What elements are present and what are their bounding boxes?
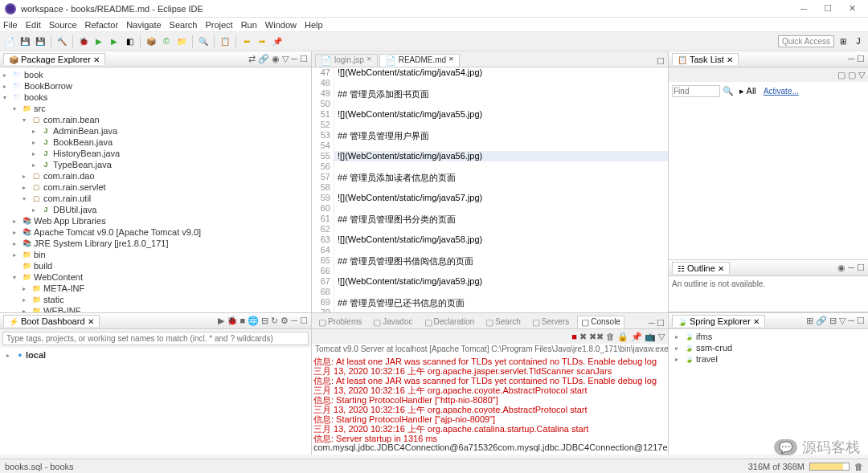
min-icon[interactable]: ─ [291,316,297,326]
save-all-icon[interactable]: 💾 [34,35,47,48]
tree-item[interactable]: ▸TypeBean.java [0,159,311,170]
tree-item[interactable]: ▾com.rain.bean [0,114,311,125]
coverage-icon[interactable]: ◧ [123,35,136,48]
package-explorer-tab[interactable]: 📦 Package Explorer ✕ [3,53,105,65]
min-icon[interactable]: ─ [848,54,854,64]
tree-item[interactable]: ▸AdminBean.java [0,125,311,137]
java-perspective-icon[interactable]: J [852,35,865,48]
tree-item[interactable]: ▸DBUtil.java [0,204,311,215]
code-line[interactable]: 50 [312,99,668,109]
code-line[interactable]: 56 [312,161,668,172]
code-line[interactable]: 70 [312,308,668,312]
collapse-icon[interactable]: ⇄ [248,54,256,64]
bottom-tab-javadoc[interactable]: ▢Javadoc [370,316,416,328]
bd-run-icon[interactable]: ▶ [218,316,224,326]
quick-access-input[interactable] [778,35,834,47]
memory-meter[interactable] [809,463,850,471]
menu-search[interactable]: Search [170,20,198,30]
task-list-tab[interactable]: 📋 Task List ✕ [672,53,739,65]
menu-refactor[interactable]: Refactor [85,20,119,30]
minimize-button[interactable]: ─ [792,2,815,16]
bottom-tab-declaration[interactable]: ▢Declaration [421,316,478,328]
boot-dash-tree[interactable]: ▸🔹 local [0,348,311,455]
link-icon[interactable]: 🔗 [258,54,269,64]
code-line[interactable]: 47![](WebContent/static/img/java54.jpg) [312,67,668,78]
spring-explorer-tab[interactable]: 🍃 Spring Explorer ✕ [672,315,765,327]
pin-icon[interactable]: 📌 [271,35,284,48]
boot-dash-item[interactable]: ▸🔹 local [3,349,308,361]
menu-help[interactable]: Help [305,20,323,30]
tree-item[interactable]: ▸Web App Libraries [0,215,311,226]
debug-icon[interactable]: 🐞 [77,35,90,48]
min-icon[interactable]: ─ [291,54,297,64]
task-find-input[interactable] [672,85,720,97]
tree-item[interactable]: ▸com.rain.dao [0,170,311,181]
spring-item[interactable]: ▸🍃travel [672,353,865,365]
tree-item[interactable]: ▸HistoryBean.java [0,148,311,159]
bottom-tab-problems[interactable]: ▢Problems [315,316,365,328]
bd-collapse-icon[interactable]: ⊟ [261,316,268,326]
task-tool-icon[interactable]: ▽ [858,70,865,80]
tree-item[interactable]: ▸com.rain.servlet [0,181,311,193]
new-class-icon[interactable]: © [160,35,173,48]
menu-project[interactable]: Project [205,20,232,30]
search-icon[interactable]: 🔍 [197,35,210,48]
menu-run[interactable]: Run [241,20,257,30]
spring-item[interactable]: ▸🍃ifms [672,331,865,342]
code-line[interactable]: 55![](WebContent/static/img/java56.jpg) [312,151,668,161]
console-remove-all-icon[interactable]: ✖✖ [589,332,604,342]
tree-item[interactable]: ▾books [0,92,311,103]
task-activate-link[interactable]: Activate... [764,87,799,96]
package-explorer-tree[interactable]: ▸book▸BookBorrow▾books▾src▾com.rain.bean… [0,67,311,312]
menu-icon[interactable]: ▽ [282,54,289,64]
menu-window[interactable]: Window [265,20,297,30]
menu-navigate[interactable]: Navigate [126,20,161,30]
code-line[interactable]: 57## 管理员添加读者信息的页面 [312,172,668,182]
code-line[interactable]: 65## 管理员管理图书借阅信息的页面 [312,255,668,266]
spring-tool-icon[interactable]: ⊟ [829,316,837,326]
tree-item[interactable]: ▸static [0,294,311,305]
min-icon[interactable]: ─ [848,316,854,326]
console-output[interactable]: 信息: At least one JAR was scanned for TLD… [312,355,668,455]
code-line[interactable]: 64 [312,245,668,255]
code-line[interactable]: 53## 管理员管理用户界面 [312,130,668,141]
boot-dash-filter-input[interactable] [2,332,309,345]
min-icon[interactable]: ─ [848,263,854,273]
tree-item[interactable]: ▸bin [0,249,311,260]
tree-item[interactable]: ▸BookBean.java [0,137,311,148]
console-remove-icon[interactable]: ✖ [579,332,587,342]
outline-tab[interactable]: ☷ Outline ✕ [672,262,730,274]
code-line[interactable]: 51![](WebContent/static/img/java55.jpg) [312,109,668,120]
tree-item[interactable]: ▸META-INF [0,283,311,294]
focus-icon[interactable]: ◉ [272,54,280,64]
bottom-tab-console[interactable]: ▢Console [577,316,624,328]
task-tool-icon[interactable]: ▢ [848,70,856,80]
maximize-button[interactable]: ☐ [817,2,839,16]
code-line[interactable]: 61## 管理员管理图书分类的页面 [312,214,668,224]
bd-debug-icon[interactable]: 🐞 [227,316,238,326]
build-icon[interactable]: 🔨 [55,35,68,48]
tree-item[interactable]: build [0,260,311,271]
min-icon[interactable]: ─ [649,318,655,328]
bottom-tab-servers[interactable]: ▢Servers [529,316,572,328]
tree-item[interactable]: ▸BookBorrow [0,80,311,92]
nav-back-icon[interactable]: ⬅ [240,35,253,48]
max-icon[interactable]: ☐ [857,316,865,326]
max-icon[interactable]: ☐ [857,54,865,64]
code-line[interactable]: 58 [312,182,668,193]
code-line[interactable]: 52 [312,120,668,130]
outline-menu-icon[interactable]: ◉ [837,263,845,273]
console-stop-icon[interactable]: ■ [571,332,577,341]
tree-item[interactable]: ▾src [0,103,311,114]
console-display-icon[interactable]: 📺 [645,332,656,342]
console-select-icon[interactable]: ▽ [658,332,665,342]
bd-stop-icon[interactable]: ■ [240,316,246,326]
bottom-tab-search[interactable]: ▢Search [482,316,524,328]
task-all-link[interactable]: ▸ All [739,86,756,96]
menu-file[interactable]: File [3,20,18,30]
console-clear-icon[interactable]: 🗑 [606,332,615,341]
spring-explorer-tree[interactable]: ▸🍃ifms▸🍃ssm-crud▸🍃travel [669,329,868,455]
task-tool-icon[interactable]: ▢ [837,70,845,80]
spring-tool-icon[interactable]: 🔗 [816,316,827,326]
max-icon[interactable]: ☐ [657,318,665,328]
